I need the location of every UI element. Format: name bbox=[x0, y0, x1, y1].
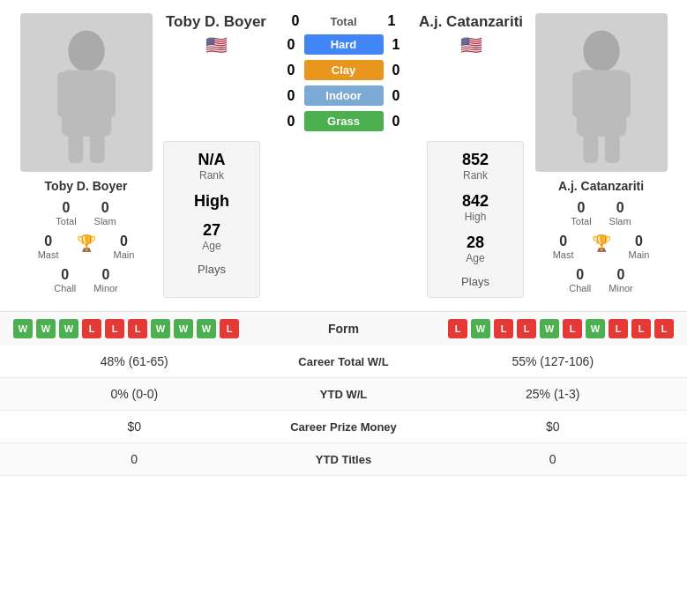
right-age-box: 28 Age bbox=[466, 234, 484, 264]
players-section: Toby D. Boyer 0 Total 0 Slam 0 Mast 🏆 bbox=[0, 0, 687, 311]
scores-center: 0 Total 1 0 Hard 1 0 Clay 0 bbox=[269, 13, 418, 131]
player-right-stats-mid: 0 Mast 🏆 0 Main bbox=[553, 234, 650, 260]
left-indoor-score: 0 bbox=[278, 88, 295, 104]
form-right-badge-1: W bbox=[471, 319, 490, 338]
right-main-label: Main bbox=[629, 249, 650, 260]
left-high-box: High bbox=[194, 192, 229, 211]
form-left-badge-1: W bbox=[36, 319, 56, 338]
svg-rect-4 bbox=[68, 134, 83, 163]
player-left-stats-bot: 0 Chall 0 Minor bbox=[54, 267, 118, 293]
stats-right-val-1: 25% (1-3) bbox=[432, 387, 675, 401]
right-indoor-score: 0 bbox=[392, 88, 410, 104]
right-age-val: 28 bbox=[466, 234, 484, 252]
form-left-badge-6: W bbox=[151, 319, 170, 338]
left-rank-lbl: Rank bbox=[198, 169, 226, 182]
left-grass-score: 0 bbox=[278, 114, 295, 130]
right-flag: 🇺🇸 bbox=[418, 34, 524, 56]
left-chall-stat: 0 Chall bbox=[54, 267, 76, 293]
form-right: LWLLWLWLLL bbox=[397, 319, 675, 338]
silhouette-right bbox=[557, 22, 646, 163]
form-left-badge-4: L bbox=[105, 319, 124, 338]
left-age-val: 27 bbox=[202, 221, 220, 240]
total-label: Total bbox=[309, 15, 379, 28]
stats-row-1: 0% (0-0)YTD W/L25% (1-3) bbox=[0, 378, 687, 411]
left-trophy: 🏆 bbox=[77, 234, 96, 260]
right-high-box: 842 High bbox=[462, 192, 489, 223]
grass-row: 0 Grass 0 bbox=[269, 111, 418, 131]
left-plays-val: Plays bbox=[198, 263, 226, 276]
stats-row-3: 0YTD Titles0 bbox=[0, 443, 687, 476]
player-left-stats-top: 0 Total 0 Slam bbox=[56, 200, 116, 226]
right-chall-label: Chall bbox=[569, 283, 591, 293]
left-minor-label: Minor bbox=[93, 283, 118, 293]
right-minor-value: 0 bbox=[617, 267, 625, 283]
right-high-val: 842 bbox=[462, 192, 489, 211]
stats-right-val-0: 55% (127-106) bbox=[432, 354, 675, 368]
indoor-row: 0 Indoor 0 bbox=[269, 85, 418, 106]
right-plays-val: Plays bbox=[461, 275, 489, 288]
player-right-stats-top: 0 Total 0 Slam bbox=[571, 200, 631, 226]
left-total-score: 0 bbox=[282, 13, 300, 29]
right-slam-label: Slam bbox=[609, 216, 631, 226]
svg-point-0 bbox=[68, 30, 104, 71]
left-stats-panel: N/A Rank High 27 Age Plays bbox=[163, 141, 260, 298]
svg-rect-8 bbox=[572, 71, 587, 117]
right-chall-value: 0 bbox=[576, 267, 584, 283]
form-right-badge-7: L bbox=[609, 319, 628, 338]
stats-left-val-0: 48% (61-65) bbox=[13, 354, 256, 368]
stats-right-val-2: $0 bbox=[432, 419, 675, 434]
right-total-score: 1 bbox=[388, 13, 406, 29]
form-left: WWWLLLWWWL bbox=[13, 319, 291, 338]
player-left-name: Toby D. Boyer bbox=[45, 179, 128, 193]
middle-section: Toby D. Boyer 🇺🇸 0 Total 1 0 Hard 1 bbox=[163, 13, 524, 298]
left-total-label: Total bbox=[56, 216, 76, 226]
left-slam-label: Slam bbox=[94, 216, 116, 226]
clay-row: 0 Clay 0 bbox=[269, 60, 418, 80]
left-plays-box: Plays bbox=[198, 263, 226, 276]
trophy-icon-left: 🏆 bbox=[77, 234, 96, 253]
hard-row: 0 Hard 1 bbox=[269, 34, 418, 55]
left-flag: 🇺🇸 bbox=[163, 34, 269, 56]
right-minor-label: Minor bbox=[609, 283, 633, 293]
form-right-badge-4: W bbox=[540, 319, 559, 338]
hard-surface-label: Hard bbox=[304, 34, 384, 55]
left-slam-value: 0 bbox=[101, 200, 109, 216]
right-name-center: A.j. Catanzariti 🇺🇸 bbox=[418, 13, 524, 56]
stats-label-2: Career Prize Money bbox=[256, 420, 432, 434]
right-high-lbl: High bbox=[462, 211, 489, 223]
player-left-stats-mid: 0 Mast 🏆 0 Main bbox=[38, 234, 135, 260]
right-trophy: 🏆 bbox=[592, 234, 611, 260]
form-right-badge-3: L bbox=[517, 319, 536, 338]
form-right-badge-8: L bbox=[631, 319, 651, 338]
left-mast-label: Mast bbox=[38, 249, 59, 260]
stats-row-2: $0Career Prize Money$0 bbox=[0, 411, 687, 443]
grass-surface-label: Grass bbox=[304, 111, 384, 131]
left-total-stat: 0 Total bbox=[56, 200, 76, 226]
left-main-value: 0 bbox=[120, 234, 128, 249]
svg-rect-2 bbox=[57, 71, 72, 117]
left-chall-label: Chall bbox=[54, 283, 76, 293]
left-main-label: Main bbox=[114, 249, 135, 260]
left-age-box: 27 Age bbox=[202, 221, 220, 252]
left-high-val: High bbox=[194, 192, 229, 211]
clay-surface-label: Clay bbox=[304, 60, 384, 80]
svg-rect-11 bbox=[604, 134, 619, 163]
form-left-badge-2: W bbox=[59, 319, 78, 338]
player-right-photo bbox=[535, 13, 668, 172]
right-age-lbl: Age bbox=[466, 252, 484, 264]
right-total-label: Total bbox=[571, 216, 591, 226]
stats-left-val-3: 0 bbox=[13, 452, 256, 466]
left-minor-stat: 0 Minor bbox=[93, 267, 118, 293]
left-minor-value: 0 bbox=[102, 267, 110, 283]
right-total-stat: 0 Total bbox=[571, 200, 591, 226]
silhouette-left bbox=[42, 22, 131, 163]
left-slam-stat: 0 Slam bbox=[94, 200, 116, 226]
stats-left-val-1: 0% (0-0) bbox=[13, 387, 256, 401]
right-main-value: 0 bbox=[635, 234, 643, 249]
right-stats-panel: 852 Rank 842 High 28 Age Plays bbox=[427, 141, 524, 298]
right-slam-stat: 0 Slam bbox=[609, 200, 631, 226]
left-rank-box: N/A Rank bbox=[198, 151, 226, 182]
right-grass-score: 0 bbox=[392, 114, 410, 130]
left-hard-score: 0 bbox=[278, 37, 295, 53]
left-mast-value: 0 bbox=[44, 234, 52, 249]
